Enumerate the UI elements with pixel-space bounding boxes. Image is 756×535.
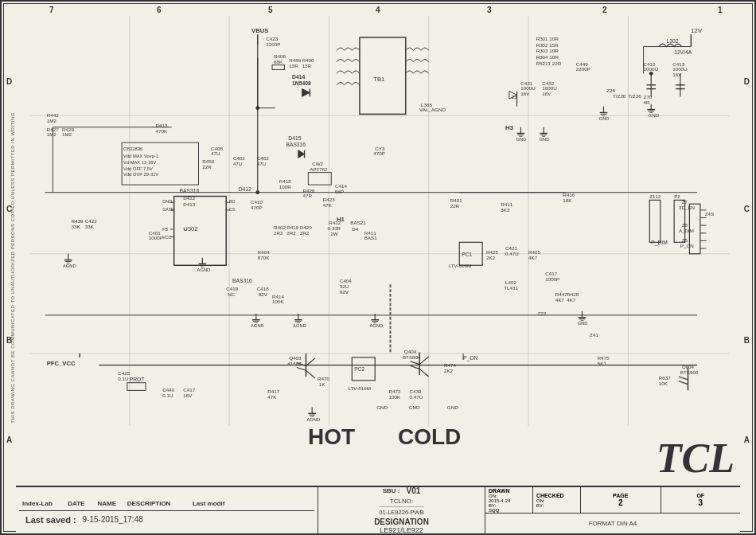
svg-text:0.1U: 0.1U (118, 376, 129, 381)
svg-text:D414: D414 (292, 74, 305, 80)
svg-text:Z41: Z41 (590, 332, 598, 338)
svg-text:VBUS: VBUS (251, 27, 268, 34)
svg-text:AGND: AGND (197, 268, 211, 272)
svg-text:GATE: GATE (162, 207, 173, 212)
svg-text:2R2: 2R2 (274, 230, 283, 236)
svg-text:1M2: 1M2 (62, 131, 72, 137)
svg-text:Vdd MAX  Vovp-1: Vdd MAX Vovp-1 (123, 154, 158, 158)
model-label: LE921/LE922 (380, 526, 423, 534)
svg-text:2R2: 2R2 (300, 230, 310, 236)
svg-text:P_ON: P_ON (463, 355, 477, 361)
svg-text:AGND: AGND (369, 323, 383, 328)
svg-text:16V: 16V (542, 91, 551, 96)
svg-text:BAS316: BAS316 (232, 278, 252, 283)
row-label-D-right: D (744, 77, 750, 86)
svg-text:AGND: AGND (306, 417, 320, 422)
svg-text:AGND: AGND (63, 264, 76, 268)
svg-text:1M2: 1M2 (47, 131, 57, 137)
page-label: PAGE (613, 493, 628, 498)
svg-text:Z22: Z22 (538, 310, 547, 316)
sbu-value: V01 (406, 486, 420, 495)
svg-text:470P: 470P (373, 150, 385, 156)
svg-text:Vd MAX  12-26V: Vd MAX 12-26V (123, 160, 156, 165)
svg-text:33K: 33K (72, 224, 81, 229)
svg-text:92V: 92V (259, 291, 268, 297)
svg-text:870K: 870K (258, 255, 270, 260)
svg-text:BTS906: BTS906 (680, 369, 699, 375)
col-label-3-top: 3 (487, 6, 492, 14)
svg-text:16V: 16V (520, 91, 530, 96)
svg-text:1000P: 1000P (149, 235, 163, 240)
designation-label: DESIGNATION (374, 517, 429, 526)
row-label-A-right: A (744, 435, 750, 444)
svg-text:1N5408: 1N5408 (292, 80, 311, 86)
svg-text:R303 10R: R303 10R (536, 48, 559, 53)
svg-text:1K: 1K (319, 381, 325, 387)
svg-text:47U: 47U (257, 161, 267, 166)
svg-text:2K2: 2K2 (486, 255, 496, 260)
schematic-svg: 12V 12V/4A L302 C412 1000U C413 1000U 16… (16, 16, 743, 441)
svg-text:Vdd OFF  7.5V: Vdd OFF 7.5V (123, 166, 153, 171)
info-left-section: Index-Lab DATE NAME DESCRIPTION Last mod… (16, 487, 318, 533)
svg-point-323 (649, 72, 653, 76)
row-label-A-left: A (6, 435, 12, 444)
svg-text:BAS1: BAS1 (364, 235, 378, 240)
svg-text:PC1: PC1 (462, 252, 472, 257)
svg-text:2200P: 2200P (266, 41, 280, 47)
svg-text:Vdd OVP  29-31V: Vdd OVP 29-31V (123, 172, 158, 177)
svg-text:D412: D412 (239, 186, 251, 192)
svg-text:33K: 33K (85, 224, 95, 229)
col-label-4-top: 4 (376, 6, 380, 14)
svg-text:47R: 47R (303, 193, 313, 198)
svg-text:Z112: Z112 (649, 193, 661, 199)
svg-text:GND: GND (578, 321, 588, 326)
svg-text:P_ON: P_ON (680, 243, 694, 248)
info-right-section: DRAWN ON: 2015-4-24 BY: SQQ CHECKED ON: … (485, 487, 740, 533)
svg-text:P_DIM: P_DIM (651, 240, 668, 246)
svg-text:0.47U: 0.47U (410, 394, 423, 400)
svg-text:47K: 47K (323, 202, 333, 208)
svg-text:22R: 22R (202, 164, 212, 170)
svg-text:AGND: AGND (251, 323, 264, 328)
svg-text:2W: 2W (330, 231, 337, 236)
svg-text:U302: U302 (183, 225, 197, 232)
svg-text:GND: GND (162, 199, 172, 204)
svg-text:1000P: 1000P (545, 276, 559, 282)
row-label-C-left: C (6, 205, 12, 213)
svg-text:H3: H3 (505, 124, 513, 131)
by-checked-label: BY: (536, 503, 544, 508)
svg-text:BAS21: BAS21 (350, 220, 366, 225)
svg-text:CB32836: CB32836 (123, 146, 142, 151)
row-label-C-right: C (744, 205, 750, 213)
drawn-label: DRAWN (489, 488, 509, 494)
svg-text:10K: 10K (659, 381, 668, 386)
svg-text:2K2: 2K2 (444, 368, 454, 373)
info-center-section: SBU : V01 TCLNO: 01-LE9226-PWB DESIGNATI… (318, 487, 485, 533)
svg-text:47U: 47U (211, 150, 220, 156)
svg-text:2R2: 2R2 (286, 230, 296, 236)
svg-text:47K: 47K (267, 394, 277, 400)
row-label-D-left: D (6, 77, 12, 86)
svg-text:100K: 100K (389, 394, 401, 400)
svg-text:3D_EN: 3D_EN (679, 205, 695, 210)
col-label-5-top: 5 (268, 6, 273, 14)
svg-text:4K7: 4K7 (555, 297, 565, 303)
svg-text:1000U: 1000U (644, 66, 659, 72)
svg-text:92V: 92V (340, 289, 349, 295)
svg-text:LTV-816M: LTV-816M (348, 385, 370, 391)
svg-text:4K7: 4K7 (528, 255, 538, 260)
table-header-row: Index-Lab DATE NAME DESCRIPTION Last mod… (22, 500, 224, 507)
svg-text:GND: GND (516, 137, 527, 142)
svg-text:GND: GND (539, 137, 549, 142)
svg-text:L302: L302 (666, 38, 678, 44)
schematic-container: THIS DRAWING CANNOT BE COMMUNICATED TO U… (0, 0, 756, 535)
row-label-B-right: B (744, 336, 750, 345)
svg-text:TB1: TB1 (373, 76, 384, 83)
svg-text:GND: GND (376, 404, 388, 410)
svg-text:13R: 13R (302, 63, 312, 68)
svg-text:A_DIM: A_DIM (679, 228, 694, 233)
svg-text:4160T: 4160T (287, 361, 302, 366)
svg-text:BAS316: BAS316 (179, 188, 199, 193)
svg-text:470P: 470P (251, 205, 263, 210)
svg-text:22R: 22R (450, 203, 460, 209)
